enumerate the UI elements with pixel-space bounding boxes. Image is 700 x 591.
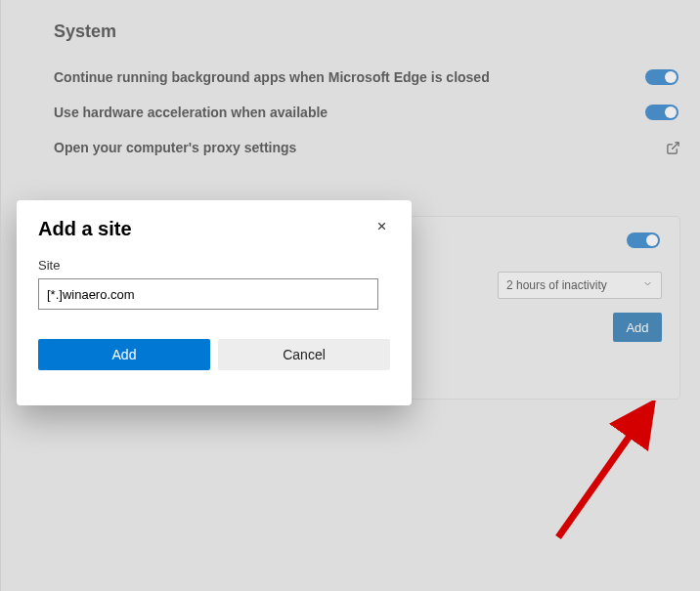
site-input[interactable] (38, 278, 378, 310)
dialog-close-button[interactable] (373, 218, 390, 237)
dialog-title: Add a site (38, 218, 132, 240)
dialog-header: Add a site (38, 218, 390, 240)
dialog-cancel-button[interactable]: Cancel (218, 339, 390, 370)
dialog-add-button[interactable]: Add (38, 339, 210, 370)
close-icon (375, 221, 388, 235)
dialog-button-row: Add Cancel (38, 339, 390, 370)
add-site-dialog: Add a site Site Add Cancel (17, 200, 412, 405)
site-field-label: Site (38, 258, 390, 273)
